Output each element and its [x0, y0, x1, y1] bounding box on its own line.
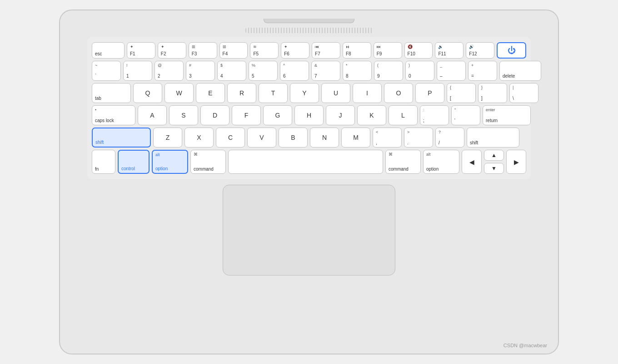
key-d[interactable]: D	[200, 105, 229, 125]
key-left-bracket[interactable]: { [	[447, 83, 476, 103]
keyboard: esc ✦ F1 ✦ F2 ⊞ F3 ⊞ F4 ≋ F5	[87, 37, 531, 179]
key-f9[interactable]: ⏭ F9	[374, 42, 402, 59]
key-q[interactable]: Q	[133, 83, 162, 103]
zxcv-row: shift Z X C V B N M < , > . ? / shift	[92, 128, 526, 148]
key-5[interactable]: % 5	[249, 61, 278, 81]
speaker-grill	[245, 28, 373, 33]
fn-key-row: esc ✦ F1 ✦ F2 ⊞ F3 ⊞ F4 ≋ F5	[92, 42, 526, 59]
key-arrow-up[interactable]: ▲	[484, 150, 504, 161]
key-shift-right[interactable]: shift	[467, 128, 519, 148]
key-shift-left[interactable]: shift	[92, 128, 151, 148]
key-t[interactable]: T	[259, 83, 288, 103]
key-v[interactable]: V	[247, 128, 276, 148]
key-g[interactable]: G	[263, 105, 292, 125]
key-option-right[interactable]: alt option	[423, 150, 459, 174]
key-space[interactable]	[228, 150, 383, 174]
key-f4[interactable]: ⊞ F4	[219, 42, 248, 59]
key-arrow-left[interactable]: ◀	[462, 150, 482, 174]
key-f8[interactable]: ⏯ F8	[343, 42, 371, 59]
key-minus[interactable]: _ –	[437, 61, 466, 81]
key-f3[interactable]: ⊞ F3	[189, 42, 217, 59]
key-3[interactable]: # 3	[186, 61, 215, 81]
qwerty-row: tab Q W E R T Y U I O P { [ } ] | \	[92, 83, 526, 103]
key-period[interactable]: > .	[404, 128, 433, 148]
key-arrow-down[interactable]: ▼	[484, 163, 504, 174]
key-0[interactable]: ) 0	[405, 61, 434, 81]
option-left-label: option	[155, 166, 168, 171]
key-backtick[interactable]: ~ `	[92, 61, 121, 81]
trackpad[interactable]	[223, 185, 395, 275]
key-power[interactable]: ⏻	[497, 42, 526, 59]
key-fn[interactable]: fn	[92, 150, 115, 174]
key-comma[interactable]: < ,	[373, 128, 402, 148]
key-i[interactable]: I	[353, 83, 382, 103]
key-f5[interactable]: ≋ F5	[250, 42, 279, 59]
key-control[interactable]: control	[118, 150, 150, 174]
key-h[interactable]: H	[294, 105, 324, 125]
key-9[interactable]: ( 9	[374, 61, 403, 81]
key-delete[interactable]: delete	[499, 61, 541, 81]
key-a[interactable]: A	[138, 105, 167, 125]
laptop-hinge	[264, 19, 354, 23]
key-f12[interactable]: 🔊 F12	[466, 42, 494, 59]
key-7[interactable]: & 7	[311, 61, 340, 81]
key-arrow-right[interactable]: ▶	[506, 150, 526, 174]
key-z[interactable]: Z	[153, 128, 182, 148]
key-4[interactable]: $ 4	[217, 61, 246, 81]
laptop-body: esc ✦ F1 ✦ F2 ⊞ F3 ⊞ F4 ≋ F5	[59, 10, 559, 354]
key-1[interactable]: ! 1	[123, 61, 152, 81]
key-c[interactable]: C	[216, 128, 245, 148]
key-f7[interactable]: ⏮ F7	[312, 42, 340, 59]
key-u[interactable]: U	[321, 83, 350, 103]
key-r[interactable]: R	[227, 83, 256, 103]
shift-left-label: shift	[95, 140, 104, 145]
key-quote[interactable]: " '	[451, 105, 480, 125]
key-b[interactable]: B	[279, 128, 308, 148]
key-f10[interactable]: 🔇 F10	[404, 42, 433, 59]
key-8[interactable]: * 8	[343, 61, 372, 81]
key-esc[interactable]: esc	[92, 42, 125, 59]
key-f6[interactable]: ✦ F6	[281, 42, 309, 59]
key-semicolon[interactable]: : ;	[420, 105, 449, 125]
key-p[interactable]: P	[415, 83, 444, 103]
watermark: CSDN @macwbear	[503, 343, 547, 348]
key-right-bracket[interactable]: } ]	[478, 83, 507, 103]
power-icon: ⏻	[508, 46, 516, 55]
bottom-row: fn control alt option ⌘ command ⌘ comman…	[92, 150, 526, 174]
key-y[interactable]: Y	[290, 83, 319, 103]
key-2[interactable]: @ 2	[154, 61, 184, 81]
key-x[interactable]: X	[184, 128, 214, 148]
key-n[interactable]: N	[310, 128, 339, 148]
speaker-area	[87, 28, 531, 33]
option-left-alt-label: alt	[155, 152, 160, 157]
number-row: ~ ` ! 1 @ 2 # 3 $ 4 % 5	[92, 61, 526, 81]
key-backslash[interactable]: | \	[509, 83, 538, 103]
key-k[interactable]: K	[357, 105, 386, 125]
key-enter[interactable]: enter return	[483, 105, 531, 125]
key-command-left[interactable]: ⌘ command	[190, 150, 226, 174]
key-f[interactable]: F	[232, 105, 261, 125]
key-option-left[interactable]: alt option	[152, 150, 188, 174]
key-tab[interactable]: tab	[92, 83, 131, 103]
key-e[interactable]: E	[196, 83, 225, 103]
key-command-right[interactable]: ⌘ command	[385, 150, 421, 174]
trackpad-area	[223, 185, 395, 275]
key-equals[interactable]: + =	[468, 61, 497, 81]
key-esc-label: esc	[95, 51, 102, 56]
key-f1[interactable]: ✦ F1	[127, 42, 155, 59]
key-s[interactable]: S	[169, 105, 198, 125]
control-label: control	[121, 166, 135, 171]
option-right-alt-label: alt	[426, 152, 431, 157]
key-f2[interactable]: ✦ F2	[158, 42, 186, 59]
asdf-row: • caps lock A S D F G H J K L : ; " ' en…	[92, 105, 526, 125]
arrow-up-down-col: ▲ ▼	[484, 150, 504, 174]
key-caps-lock[interactable]: • caps lock	[92, 105, 135, 125]
key-f11[interactable]: 🔉 F11	[435, 42, 464, 59]
key-w[interactable]: W	[164, 83, 194, 103]
key-m[interactable]: M	[341, 128, 370, 148]
key-l[interactable]: L	[389, 105, 418, 125]
key-o[interactable]: O	[384, 83, 413, 103]
key-slash[interactable]: ? /	[435, 128, 464, 148]
key-6[interactable]: ^ 6	[280, 61, 309, 81]
key-j[interactable]: J	[326, 105, 355, 125]
